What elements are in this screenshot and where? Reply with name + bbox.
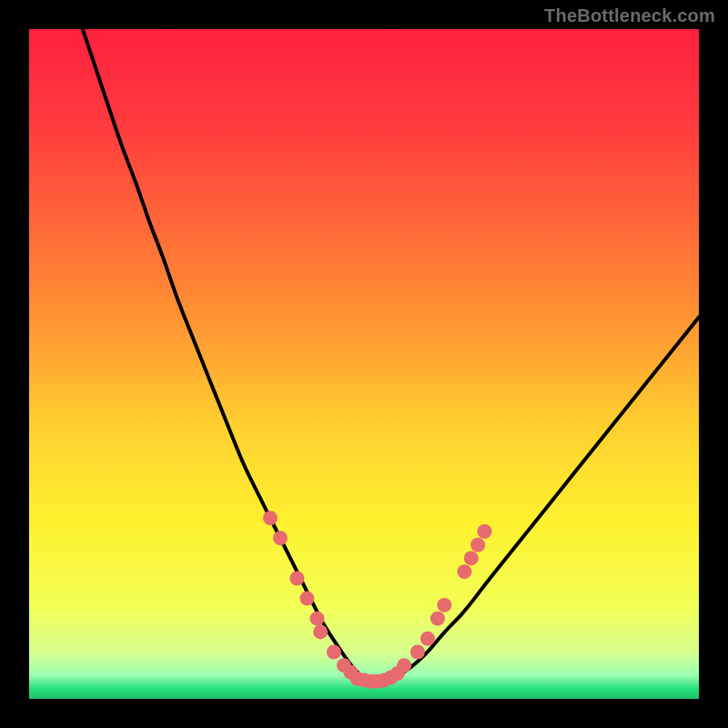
plot-area	[29, 29, 699, 699]
watermark-text: TheBottleneck.com	[544, 5, 715, 26]
curve-marker	[273, 531, 288, 545]
curve-marker	[313, 624, 328, 639]
curve-marker	[457, 564, 471, 579]
curve-layer	[29, 29, 699, 699]
curve-marker	[470, 538, 485, 552]
chart-frame: TheBottleneck.com	[0, 0, 728, 728]
curve-marker	[464, 551, 479, 565]
curve-marker	[420, 632, 435, 646]
curve-marker	[263, 511, 278, 525]
bottleneck-curve	[83, 29, 699, 682]
curve-marker	[430, 612, 445, 626]
curve-marker	[397, 658, 411, 672]
curve-marker	[299, 592, 314, 606]
curve-marker	[410, 644, 425, 659]
curve-markers	[263, 511, 492, 689]
curve-marker	[327, 644, 341, 659]
curve-marker	[437, 598, 451, 612]
curve-marker	[309, 612, 324, 626]
curve-marker	[477, 524, 491, 539]
curve-marker	[289, 571, 304, 586]
